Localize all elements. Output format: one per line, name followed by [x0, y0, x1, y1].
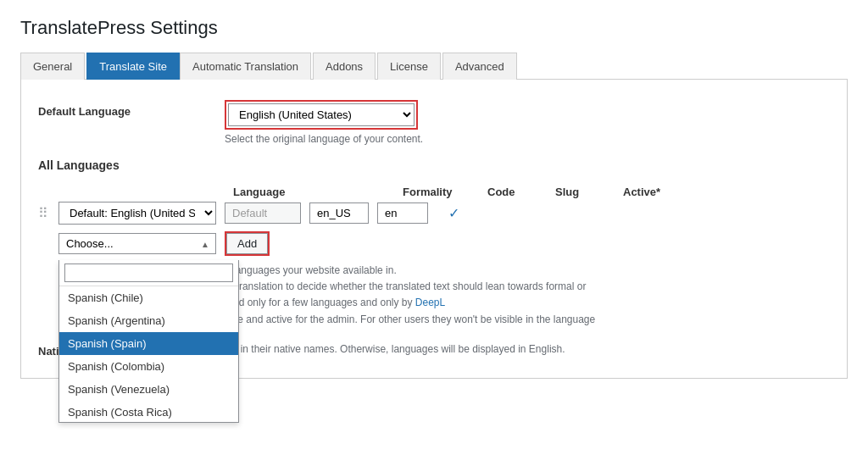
th-formality: Formality	[403, 186, 487, 198]
language-row-english: ⠿ Default: English (United States) ✓	[38, 202, 830, 225]
default-language-select[interactable]: English (United States)	[228, 103, 415, 126]
native-language-help: ies in their native names. Otherwise, la…	[225, 341, 565, 358]
dropdown-list: Spanish (Chile) Spanish (Argentina) Span…	[59, 286, 238, 422]
add-language-button[interactable]: Add	[226, 233, 268, 254]
choose-language-wrap: ▲ Spanish (Chile) Spanish (Argentina) Sp…	[58, 233, 216, 254]
code-field[interactable]	[309, 202, 369, 224]
default-language-help: Select the original language of your con…	[225, 133, 830, 145]
content-area: Default Language English (United States)…	[20, 80, 848, 379]
info-text-2: Translation to decide whether the transl…	[233, 279, 830, 295]
default-language-select-box: English (United States)	[225, 100, 418, 130]
languages-table-header: Language Formality Code Slug Active*	[233, 182, 830, 202]
th-code: Code	[487, 186, 555, 198]
info-block: languages your website available in. Tra…	[233, 263, 830, 328]
choose-language-input[interactable]	[58, 233, 216, 254]
dropdown-item-spanish-venezuela[interactable]: Spanish (Venezuela)	[59, 378, 238, 401]
info-text-1: languages your website available in.	[233, 263, 830, 279]
deepl-link[interactable]: DeepL	[415, 297, 445, 308]
tabs-bar: General Translate Site Automatic Transla…	[20, 53, 848, 80]
dropdown-search-wrap	[59, 260, 238, 286]
tab-advanced[interactable]: Advanced	[442, 53, 517, 80]
formality-field	[225, 202, 301, 224]
active-check: ✓	[437, 205, 470, 221]
formality-input-wrap	[225, 202, 301, 224]
th-language: Language	[233, 186, 403, 198]
default-language-control: English (United States) Select the origi…	[225, 100, 830, 145]
language-select-english[interactable]: Default: English (United States)	[58, 202, 216, 225]
drag-handle-icon[interactable]: ⠿	[38, 205, 58, 221]
info-text-3: ed only for a few languages and only by …	[233, 295, 830, 311]
active-checkmark-icon: ✓	[448, 205, 459, 221]
language-select-wrap: Default: English (United States)	[58, 202, 216, 225]
page-title: TranslatePress Settings	[20, 17, 848, 39]
default-language-row: Default Language English (United States)…	[38, 100, 830, 145]
dropdown-item-spanish-argentina[interactable]: Spanish (Argentina)	[59, 309, 238, 332]
tab-general[interactable]: General	[20, 53, 85, 80]
language-dropdown: Spanish (Chile) Spanish (Argentina) Span…	[58, 260, 239, 423]
th-slug: Slug	[555, 186, 623, 198]
dropdown-item-spanish-spain[interactable]: Spanish (Spain)	[59, 332, 238, 355]
dropdown-item-spanish-colombia[interactable]: Spanish (Colombia)	[59, 355, 238, 378]
dropdown-item-spanish-costa-rica[interactable]: Spanish (Costa Rica)	[59, 401, 238, 422]
tab-translate-site[interactable]: Translate Site	[86, 53, 180, 80]
dropdown-item-spanish-chile[interactable]: Spanish (Chile)	[59, 286, 238, 309]
add-button-wrap: Add	[225, 231, 270, 256]
code-input-wrap	[309, 202, 369, 224]
all-languages-section-title: All Languages	[38, 158, 830, 172]
tab-automatic-translation[interactable]: Automatic Translation	[180, 53, 311, 80]
slug-input-wrap	[377, 202, 428, 224]
add-language-row: ▲ Spanish (Chile) Spanish (Argentina) Sp…	[58, 231, 830, 256]
dropdown-search-input[interactable]	[64, 264, 233, 282]
tab-addons[interactable]: Addons	[313, 53, 376, 80]
slug-field[interactable]	[377, 202, 428, 224]
settings-page: TranslatePress Settings General Translat…	[0, 0, 868, 466]
info-text-4: ile and active for the admin. For other …	[233, 312, 830, 328]
tab-license[interactable]: License	[377, 53, 441, 80]
default-language-label: Default Language	[38, 100, 225, 118]
th-active: Active*	[623, 186, 691, 198]
